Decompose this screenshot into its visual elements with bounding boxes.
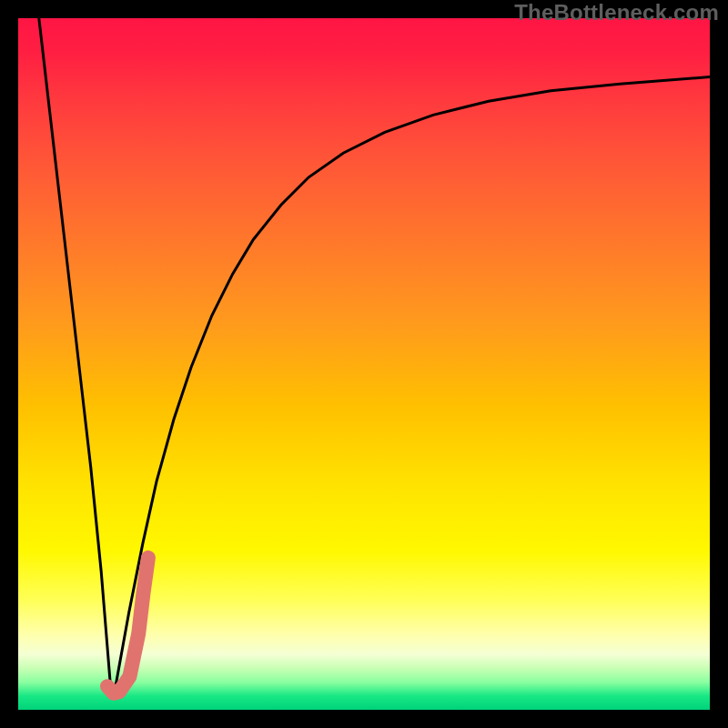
chart-left-branch <box>39 18 110 682</box>
chart-right-branch <box>115 77 710 690</box>
watermark-text: TheBottleneck.com <box>514 0 719 25</box>
chart-plot-area <box>18 18 710 710</box>
chart-frame: TheBottleneck.com <box>0 0 728 728</box>
chart-curves <box>18 18 710 710</box>
